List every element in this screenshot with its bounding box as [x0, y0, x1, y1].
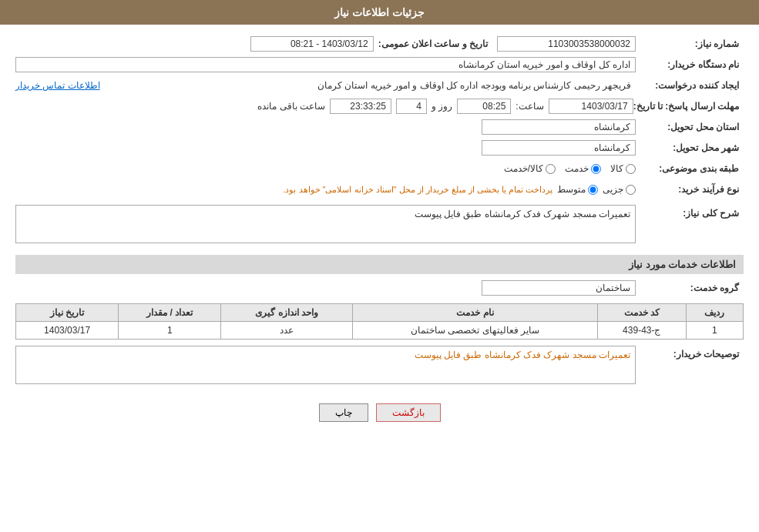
category-options: کالا خدمت کالا/خدمت	[15, 163, 636, 174]
category-kala-khadamat[interactable]: کالا/خدمت	[504, 163, 556, 174]
category-kala-label: کالا	[610, 163, 623, 174]
remaining-time-label: ساعت باقی مانده	[257, 101, 325, 112]
category-label: طبقه بندی موضوعی:	[636, 163, 744, 174]
col-date: تاریخ نیاز	[16, 304, 119, 322]
buyer-org-value: اداره کل اوقاف و امور خیریه استان کرمانش…	[15, 57, 636, 72]
need-description-value: تعمیرات مسجد شهرک فدک کرمانشاه طبق فایل …	[15, 205, 636, 243]
creator-link[interactable]: اطلاعات تماس خریدار	[15, 80, 100, 91]
purchase-radio-motavset[interactable]	[588, 185, 598, 195]
buyer-description-label: توصیحات خریدار:	[636, 346, 744, 360]
category-khadamat[interactable]: خدمت	[565, 163, 601, 174]
col-unit: واحد اندازه گیری	[221, 304, 353, 322]
print-button[interactable]: چاپ	[319, 403, 368, 422]
cell-name: سایر فعالیتهای تخصصی ساختمان	[352, 322, 597, 340]
need-description-label: شرح کلی نیاز:	[636, 205, 744, 219]
cell-code: ج-43-439	[597, 322, 686, 340]
cell-date: 1403/03/17	[16, 322, 119, 340]
page-title: جزئیات اطلاعات نیاز	[0, 0, 759, 25]
services-table: ردیف کد خدمت نام خدمت واحد اندازه گیری ت…	[15, 303, 744, 340]
cell-quantity: 1	[119, 322, 221, 340]
category-radio-kala[interactable]	[626, 164, 636, 174]
purchase-type-label: نوع فرآیند خرید:	[636, 184, 744, 195]
cell-unit: عدد	[221, 322, 353, 340]
purchase-jozi-label: جزیی	[603, 184, 623, 195]
col-quantity: تعداد / مقدار	[119, 304, 221, 322]
delivery-city-value: کرمانشاه	[482, 140, 636, 156]
table-row: 1ج-43-439سایر فعالیتهای تخصصی ساختمانعدد…	[16, 322, 744, 340]
response-time: 08:25	[457, 99, 511, 114]
button-group: بازگشت چاپ	[15, 403, 744, 422]
need-number-value: 1103003538000032	[497, 36, 636, 52]
service-group-value: ساختمان	[482, 280, 636, 296]
need-number-label: شماره نیاز:	[636, 38, 744, 49]
col-code: کد خدمت	[597, 304, 686, 322]
category-khadamat-label: خدمت	[565, 163, 589, 174]
delivery-province-value: کرمانشاه	[482, 119, 636, 135]
purchase-jozi[interactable]: جزیی	[603, 184, 636, 195]
category-kala[interactable]: کالا	[610, 163, 636, 174]
purchase-motavset[interactable]: متوسط	[557, 184, 598, 195]
creator-value: فریجهر رحیمی کارشناس برنامه وبودجه اداره…	[105, 79, 636, 92]
buyer-org-label: نام دستگاه خریدار:	[636, 59, 744, 70]
buyer-description-value: تعمیرات مسجد شهرک فدک کرمانشاه طبق فایل …	[15, 346, 636, 384]
creator-label: ایجاد کننده درخواست:	[636, 80, 744, 91]
announcement-label: تاریخ و ساعت اعلان عمومی:	[378, 38, 492, 49]
response-days-label: روز و	[432, 101, 452, 112]
response-days: 4	[396, 99, 427, 114]
purchase-radio-jozi[interactable]	[626, 185, 636, 195]
remaining-time: 23:33:25	[330, 99, 391, 114]
category-both-label: کالا/خدمت	[504, 163, 543, 174]
delivery-city-label: شهر محل تحویل:	[636, 142, 744, 153]
response-time-label: ساعت:	[516, 101, 543, 112]
category-radio-khadamat[interactable]	[591, 164, 601, 174]
purchase-note: پرداخت تمام یا بخشی از مبلغ خریدار از مح…	[283, 185, 552, 195]
back-button[interactable]: بازگشت	[376, 403, 441, 422]
announcement-value: 1403/03/12 - 08:21	[250, 36, 374, 52]
cell-row: 1	[686, 322, 743, 340]
col-row: ردیف	[686, 304, 743, 322]
col-name: نام خدمت	[352, 304, 597, 322]
response-deadline-label: مهلت ارسال پاسخ: تا تاریخ:	[633, 101, 744, 112]
service-group-label: گروه خدمت:	[636, 283, 744, 293]
category-radio-both[interactable]	[546, 164, 556, 174]
purchase-motavset-label: متوسط	[557, 184, 586, 195]
delivery-province-label: استان محل تحویل:	[636, 122, 744, 132]
response-date: 1403/03/17	[549, 99, 633, 114]
services-section-title: اطلاعات خدمات مورد نیاز	[15, 255, 744, 274]
